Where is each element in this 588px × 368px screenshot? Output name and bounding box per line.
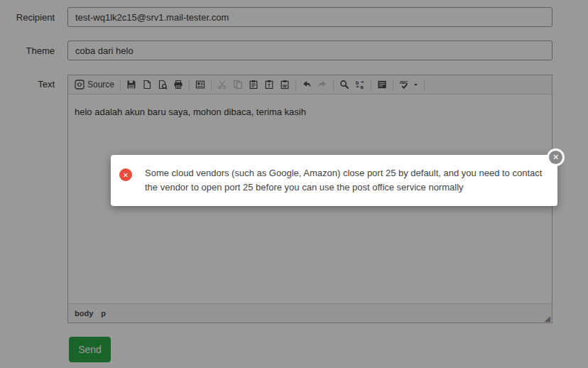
error-icon: ✕ [119, 168, 132, 181]
close-button[interactable]: ✕ [547, 148, 565, 166]
compose-email-page: Recipient Theme Text Source [0, 0, 588, 368]
error-message: Some cloud vendors (such as Google, Amaz… [145, 166, 553, 195]
error-dialog: ✕ ✕ Some cloud vendors (such as Google, … [111, 155, 557, 206]
close-icon: ✕ [552, 153, 559, 161]
